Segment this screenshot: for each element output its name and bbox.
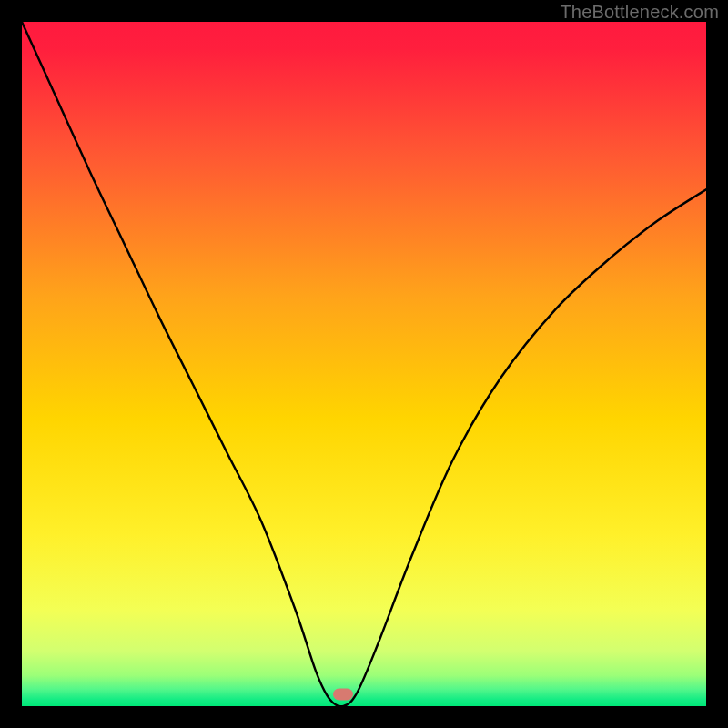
watermark-text: TheBottleneck.com <box>560 2 719 23</box>
plot-area <box>22 22 706 706</box>
chart-frame: TheBottleneck.com <box>0 0 728 728</box>
bottleneck-curve <box>22 22 706 706</box>
optimum-marker <box>333 689 353 701</box>
